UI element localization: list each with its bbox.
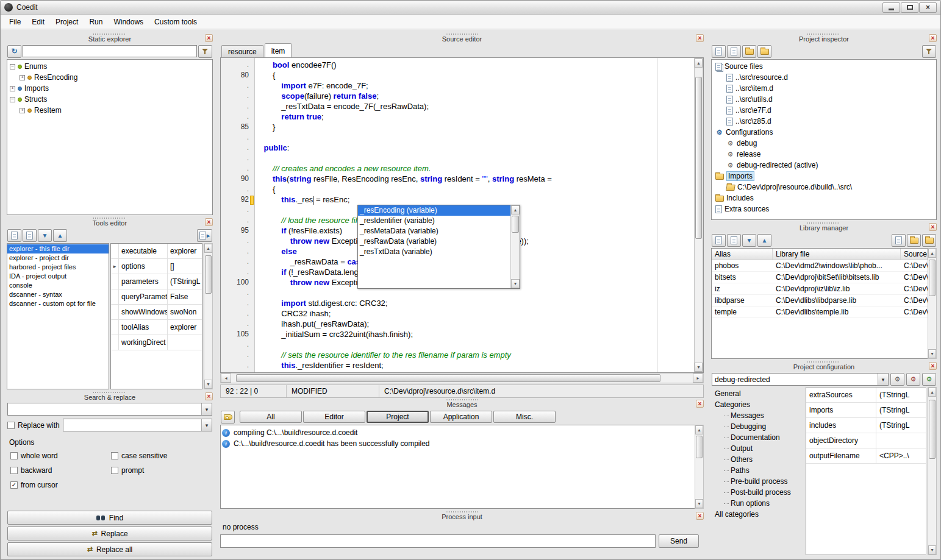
library-manager-header[interactable]: Library manager ×	[710, 221, 938, 232]
scrollbar-track[interactable]	[928, 397, 936, 545]
property-value[interactable]: explorer	[168, 320, 202, 335]
library-from-folder-button[interactable]	[907, 234, 921, 247]
scroll-down-button[interactable]: ▾	[511, 279, 520, 288]
tool-list-item[interactable]: dscanner - custom opt for file	[7, 299, 109, 308]
process-input-header[interactable]: Process input ×	[219, 510, 705, 521]
add-source-button[interactable]	[727, 45, 741, 58]
scroll-up-button[interactable]: ▴	[511, 205, 520, 214]
library-row[interactable]: izC:\Dev\dproj\iz\lib\iz.libC:\Dev\...	[712, 283, 928, 295]
library-row[interactable]: bitsetsC:\Dev\dproj\bitSet\lib\bitsets.l…	[712, 272, 928, 283]
symbol-filter-button[interactable]	[198, 45, 212, 58]
config-category[interactable]: Messages	[711, 410, 804, 421]
remove-tool-button[interactable]	[23, 229, 37, 242]
scrollbar-thumb[interactable]	[929, 400, 936, 459]
messages-filter-project[interactable]: Project	[367, 411, 429, 423]
config-property-row[interactable]: extraSources(TStringL	[806, 388, 926, 403]
completion-item[interactable]: _resTxtData (variable)	[358, 247, 510, 257]
property-value[interactable]: (TStringL	[876, 418, 926, 433]
execute-tool-button[interactable]: ▸	[197, 229, 212, 242]
add-configuration-button[interactable]: ⚙	[922, 373, 936, 386]
menu-item-custom-tools[interactable]: Custom tools	[149, 16, 202, 28]
tool-list-item[interactable]: explorer - this file dir	[7, 244, 109, 253]
property-value[interactable]: explorer	[168, 244, 202, 258]
close-button[interactable]: ×	[919, 2, 937, 13]
static-explorer-node[interactable]: −Structs	[7, 94, 212, 105]
inspector-node[interactable]: C:\Dev\dproj\resource.d\build\..\src\	[712, 182, 936, 193]
scroll-left-button[interactable]: ◂	[221, 374, 231, 383]
scroll-down-button[interactable]: ▾	[695, 499, 703, 508]
edit-library-button[interactable]	[892, 234, 906, 247]
property-value[interactable]: (TStringL	[876, 388, 926, 402]
title-bar[interactable]: Coedit ×	[1, 1, 940, 15]
scrollbar-track[interactable]	[695, 434, 703, 499]
menu-item-run[interactable]: Run	[84, 16, 107, 28]
messages-filter-misc[interactable]: Misc.	[493, 411, 556, 423]
inspector-node[interactable]: Source files	[712, 61, 936, 72]
scroll-down-button[interactable]: ▾	[695, 363, 703, 372]
editor-vertical-scrollbar[interactable]: ▴▾	[694, 58, 703, 372]
maximize-button[interactable]	[901, 2, 918, 13]
scrollbar-thumb[interactable]	[929, 260, 936, 296]
scroll-up-button[interactable]: ▴	[928, 249, 936, 258]
minimize-button[interactable]	[882, 2, 900, 13]
inspector-filter-button[interactable]	[922, 45, 936, 58]
config-property-row[interactable]: includes(TStringL	[806, 418, 926, 433]
expander-icon[interactable]: +	[10, 86, 15, 91]
library-row[interactable]: templeC:\Dev\dlibs\temple.libC:\Dev\r...	[712, 307, 928, 318]
property-value[interactable]: (TStringL	[876, 403, 926, 417]
scrollbar-thumb[interactable]	[695, 77, 702, 239]
scroll-down-button[interactable]: ▾	[928, 545, 936, 555]
inspector-node[interactable]: ⚙debug-redirected (active)	[712, 160, 936, 171]
property-value[interactable]: False	[168, 289, 202, 304]
inspector-node[interactable]: ..\src\resource.d	[712, 72, 936, 83]
library-scrollbar[interactable]: ▴▾	[928, 248, 937, 359]
scrollbar-track[interactable]	[928, 258, 936, 349]
scroll-up-button[interactable]: ▴	[204, 244, 212, 253]
editor-tab-item[interactable]: item	[265, 43, 292, 57]
tool-list-item[interactable]: harbored - project files	[7, 263, 109, 272]
property-value[interactable]: <CPP>..\	[876, 448, 926, 463]
send-button[interactable]: Send	[659, 534, 699, 548]
tools-grid-scrollbar[interactable]: ▴▾	[204, 243, 213, 389]
scrollbar-track[interactable]	[511, 214, 520, 279]
search-term-combo[interactable]: ▾	[7, 403, 212, 416]
panel-close-button[interactable]: ×	[205, 392, 213, 400]
property-value[interactable]: (TStringL	[168, 274, 202, 289]
scrollbar-track[interactable]	[231, 374, 693, 383]
expander-icon[interactable]: −	[10, 97, 15, 102]
replace-button[interactable]: ⇄Replace	[7, 526, 212, 541]
column-header[interactable]: Alias	[712, 249, 773, 260]
config-category[interactable]: Debugging	[711, 421, 804, 432]
static-explorer-node[interactable]: +ResEncoding	[7, 72, 212, 83]
menu-item-windows[interactable]: Windows	[109, 16, 148, 28]
combo-dropdown-button[interactable]: ▾	[878, 374, 888, 385]
config-property-row[interactable]: outputFilename<CPP>..\	[806, 448, 926, 464]
open-folder-button[interactable]	[742, 45, 756, 58]
sync-configuration-button[interactable]: ⚙	[890, 373, 904, 386]
move-tool-up-button[interactable]: ▲	[53, 229, 67, 242]
panel-close-button[interactable]: ×	[929, 34, 937, 42]
option-checkbox-whole-word[interactable]: whole word	[10, 452, 109, 460]
inspector-node[interactable]: Imports	[712, 171, 936, 182]
find-button[interactable]: Find	[7, 511, 212, 525]
source-editor-header[interactable]: Source editor ×	[219, 32, 705, 43]
static-explorer-node[interactable]: +ResItem	[7, 105, 212, 116]
scroll-up-button[interactable]: ▴	[695, 58, 703, 68]
config-category[interactable]: Pre-build process	[711, 476, 804, 487]
config-category[interactable]: Documentation	[711, 432, 804, 443]
tool-property-row[interactable]: executableexplorer	[111, 244, 202, 259]
code-area[interactable]: bool encodee7F() { import e7F: encode_7F…	[255, 58, 694, 372]
completion-item[interactable]: _resIdentifier (variable)	[358, 216, 510, 226]
add-folder-button[interactable]	[757, 45, 771, 58]
config-property-row[interactable]: imports(TStringL	[806, 403, 926, 418]
completion-scrollbar[interactable]: ▴▾	[510, 205, 520, 288]
tools-editor-header[interactable]: Tools editor ×	[5, 216, 214, 227]
scrollbar-thumb[interactable]	[512, 216, 519, 233]
config-category[interactable]: General	[711, 388, 804, 399]
config-category[interactable]: Run options	[711, 498, 804, 509]
inspector-node[interactable]: ⚙release	[712, 149, 936, 160]
add-library-button[interactable]	[712, 234, 726, 247]
tool-property-row[interactable]: showWindowsswoNon	[111, 305, 202, 320]
scrollbar-thumb[interactable]	[236, 374, 660, 382]
expander-icon[interactable]: +	[20, 75, 25, 80]
